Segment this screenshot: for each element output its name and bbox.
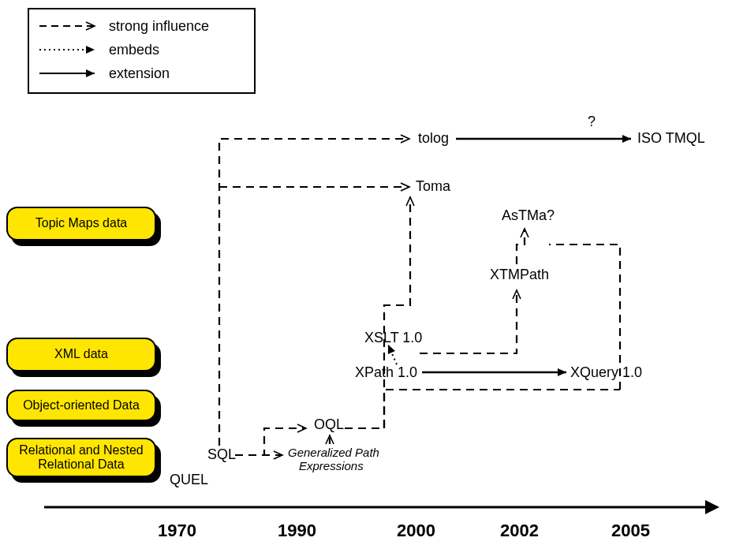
svg-line-7	[388, 345, 397, 364]
category-label: Relational and Nested	[19, 443, 143, 457]
node-tolog: tolog	[418, 130, 449, 147]
node-label: Expressions	[288, 459, 364, 472]
node-sql: SQL	[207, 446, 236, 463]
category-xml: XML data	[6, 338, 156, 371]
node-iso-tmql: ISO TMQL	[637, 130, 705, 147]
node-xslt: XSLT 1.0	[364, 330, 422, 346]
axis-tick: 2005	[611, 521, 650, 541]
node-xtmpath: XTMPath	[490, 267, 549, 283]
legend-strong-influence: strong influence	[109, 18, 209, 35]
category-oo: Object-oriented Data	[6, 390, 156, 421]
node-generalized-path-expr: Generalized Path Expressions	[288, 446, 379, 472]
category-label: Object-oriented Data	[23, 398, 140, 413]
node-quel: QUEL	[170, 472, 208, 488]
category-label: Relational Data	[38, 457, 124, 472]
category-relational: Relational and Nested Relational Data	[6, 438, 156, 477]
category-label: XML data	[54, 347, 108, 361]
node-astma: AsTMa?	[502, 207, 555, 224]
legend-extension: extension	[109, 65, 170, 82]
axis-tick: 2002	[500, 521, 539, 541]
node-xquery: XQuery 1.0	[570, 364, 642, 381]
legend-embeds: embeds	[109, 42, 159, 58]
axis-tick: 2000	[397, 521, 435, 541]
node-xpath: XPath 1.0	[355, 364, 417, 381]
axis-tick: 1970	[158, 521, 196, 541]
category-label: Topic Maps data	[35, 216, 128, 230]
annotation-question-mark: ?	[588, 114, 596, 130]
node-toma: Toma	[416, 178, 450, 195]
node-label: Generalized Path	[288, 446, 379, 459]
node-oql: OQL	[314, 416, 344, 433]
category-topic-maps: Topic Maps data	[6, 207, 156, 241]
axis-tick: 1990	[278, 521, 316, 541]
